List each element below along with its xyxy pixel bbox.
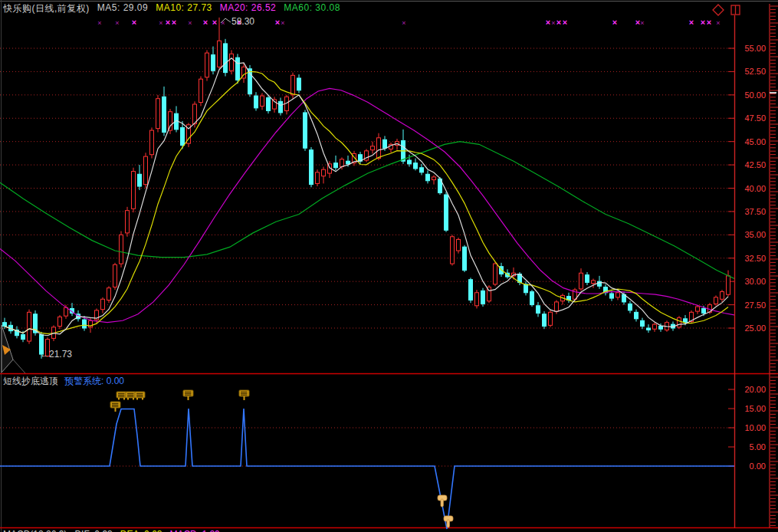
candle [469,277,473,303]
candle [316,169,320,186]
signal-x-marker: × [716,19,720,27]
signal-x-marker: × [635,18,640,27]
candle [144,153,148,188]
trading-app-window: 55.0052.5050.0047.5045.0042.5040.0037.50… [0,0,778,532]
low-price-annotation: ←21.73 [40,349,72,360]
main-axis-label: 47.50 [744,113,766,123]
candle [304,110,307,151]
signal-x-marker: × [402,19,405,27]
candle [150,127,154,158]
signal-x-marker: × [188,19,192,27]
signal-x-marker: × [97,19,101,27]
main-axis-label: 50.00 [744,90,766,100]
signal-x-marker: × [689,18,694,27]
signal-x-marker: × [563,18,567,27]
candle [371,142,375,154]
ma60-value: MA60: 30.08 [284,2,340,15]
candle [579,268,583,291]
main-axis-label: 25.00 [744,323,766,333]
candle [561,294,565,305]
signal-x-marker: × [159,19,162,27]
signal-x-marker: × [212,18,217,27]
candle [273,97,277,113]
sub-axis-label: 10.00 [744,423,766,432]
signboard-icon [126,392,136,400]
ma10-value: MA10: 27.73 [156,2,212,15]
warning-indicator-line [0,409,734,529]
candle [359,152,363,164]
main-axis-label: 27.50 [744,300,766,310]
candle [261,93,264,110]
candle [537,302,540,317]
signal-x-marker: × [115,19,119,27]
signal-x-marker: × [221,19,225,27]
candle [334,156,338,170]
price-chart-canvas[interactable]: 55.0052.5050.0047.5045.0042.5040.0037.50… [0,0,778,532]
candle [463,245,467,272]
candle [279,97,283,115]
candle [365,149,369,162]
candle [107,286,111,303]
candle [120,231,123,267]
candle [530,290,534,307]
split-window-icon[interactable] [731,5,740,15]
ma5-value: MA5: 29.09 [97,2,148,15]
sub-axis-label: 15.00 [744,404,766,413]
signal-x-marker: × [281,19,284,27]
candle [457,238,461,254]
candle [236,54,240,84]
signal-x-marker: × [166,18,170,27]
candle [653,323,657,332]
candle [567,293,571,303]
ma20-line [0,88,734,322]
signal-x-marker: × [551,19,555,27]
candle [267,95,271,113]
main-axis-label: 55.00 [744,44,766,53]
signal-x-marker: × [203,18,208,27]
candle [414,159,418,171]
candle [297,74,301,93]
stock-title: 快乐购(日线,前复权) [3,2,90,15]
candle [432,175,436,184]
candle [678,316,681,329]
candle [322,167,326,184]
signal-x-marker: × [556,18,561,27]
candle [573,288,577,301]
signal-x-marker: × [132,18,136,27]
candle [641,318,645,330]
candle [224,39,228,77]
candle [524,281,528,295]
main-axis-label: 42.50 [744,160,766,169]
candle [451,235,455,265]
candle [212,47,215,75]
signal-x-marker: × [275,18,280,27]
signboard-icon [110,402,120,412]
main-axis-label: 37.50 [744,207,766,216]
candle [647,324,651,333]
sub-axis-label: 0.00 [750,461,766,471]
candle [175,106,179,132]
sub-indicator-param: 预警系统: 0.00 [64,375,124,388]
ma60-line [0,142,734,279]
main-axis-label: 52.50 [744,67,766,76]
candle [310,147,313,187]
candle [604,284,608,296]
candles-layer [3,18,730,359]
candle [445,192,448,232]
candle [58,315,62,329]
sub-gridlines: 20.0015.0010.005.000.00 [0,385,766,471]
candle [586,272,589,285]
dif-value: DIF: 0.93 [74,529,112,532]
candle [721,290,724,302]
peak-price-annotation: 58.30 [231,16,254,27]
candle [113,263,117,290]
sub-indicator-name: 短线抄底逃顶 [3,375,58,388]
candle [242,63,246,83]
candle [248,65,252,97]
hand-down-icon [438,495,447,507]
main-axis-label: 35.00 [744,230,766,239]
candle [28,310,31,344]
candle [126,207,130,237]
diamond-icon[interactable] [713,5,724,15]
candle [494,262,497,287]
